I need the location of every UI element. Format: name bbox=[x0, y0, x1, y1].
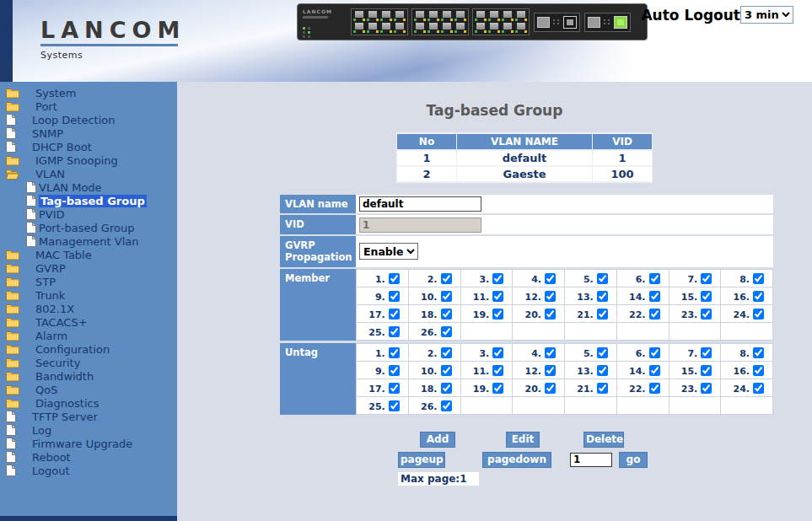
sidebar-item-tag-based-group[interactable]: Tag-based Group bbox=[0, 194, 177, 207]
untag-port-12-checkbox[interactable] bbox=[545, 365, 556, 376]
sidebar-item-system[interactable]: System bbox=[0, 86, 177, 99]
sidebar-item-igmp-snooping[interactable]: IGMP Snooping bbox=[0, 153, 177, 167]
member-port-11-checkbox[interactable] bbox=[492, 291, 503, 302]
sidebar-item-alarm[interactable]: Alarm bbox=[0, 329, 177, 342]
auto-logout-select[interactable]: 3 min bbox=[740, 6, 793, 24]
member-port-5-checkbox[interactable] bbox=[597, 273, 608, 284]
untag-port-15-checkbox[interactable] bbox=[701, 365, 712, 376]
untag-port-10-checkbox[interactable] bbox=[441, 365, 452, 376]
member-port-2-checkbox[interactable] bbox=[441, 273, 452, 284]
untag-port-7-checkbox[interactable] bbox=[701, 347, 712, 358]
sidebar-item-802-1x[interactable]: 802.1X bbox=[0, 302, 177, 315]
member-port-4-checkbox[interactable] bbox=[545, 273, 556, 284]
member-port-7-checkbox[interactable] bbox=[701, 273, 712, 284]
untag-port-22-checkbox[interactable] bbox=[649, 383, 660, 394]
untag-port-1-checkbox[interactable] bbox=[389, 347, 400, 358]
sidebar-item-security[interactable]: Security bbox=[0, 356, 177, 369]
member-port-6-checkbox[interactable] bbox=[649, 273, 660, 284]
port-number-label: 3. bbox=[479, 348, 489, 359]
untag-port-11-checkbox[interactable] bbox=[492, 365, 503, 376]
vlan-table-row[interactable]: 1default1 bbox=[397, 151, 652, 165]
member-port-14-checkbox[interactable] bbox=[649, 291, 660, 302]
untag-port-6-checkbox[interactable] bbox=[649, 347, 660, 358]
sidebar-item-dhcp-boot[interactable]: DHCP Boot bbox=[0, 140, 177, 153]
sidebar-item-configuration[interactable]: Configuration bbox=[0, 342, 177, 356]
untag-port-5-checkbox[interactable] bbox=[597, 347, 608, 358]
sidebar-item-mac-table[interactable]: MAC Table bbox=[0, 248, 177, 261]
sidebar-item-trunk[interactable]: Trunk bbox=[0, 288, 177, 302]
page-number-input[interactable] bbox=[570, 453, 612, 467]
sidebar-item-vlan[interactable]: VLAN bbox=[0, 167, 177, 180]
sidebar-item-logout[interactable]: Logout bbox=[0, 464, 177, 477]
member-port-13-checkbox[interactable] bbox=[597, 291, 608, 302]
sidebar-item-tacacs-[interactable]: TACACS+ bbox=[0, 315, 177, 329]
sidebar-item-tftp-server[interactable]: TFTP Server bbox=[0, 410, 177, 423]
untag-port-9-checkbox[interactable] bbox=[389, 365, 400, 376]
sidebar-item-management-vlan[interactable]: Management Vlan bbox=[0, 234, 177, 248]
sidebar-item-diagnostics[interactable]: Diagnostics bbox=[0, 396, 177, 410]
edit-button[interactable]: Edit bbox=[506, 432, 540, 448]
go-button[interactable]: go bbox=[619, 452, 648, 468]
lancom-logo: LANCOM Systems bbox=[40, 17, 186, 61]
member-port-15-checkbox[interactable] bbox=[701, 291, 712, 302]
untag-port-24-checkbox[interactable] bbox=[753, 383, 764, 394]
member-port-cell: 9. bbox=[357, 287, 409, 304]
sidebar-item-bandwidth[interactable]: Bandwidth bbox=[0, 369, 177, 383]
untag-port-19-checkbox[interactable] bbox=[492, 383, 503, 394]
add-button[interactable]: Add bbox=[420, 432, 455, 448]
member-port-26-checkbox[interactable] bbox=[441, 326, 452, 337]
untag-port-3-checkbox[interactable] bbox=[492, 347, 503, 358]
sidebar-item-pvid[interactable]: PVID bbox=[0, 207, 177, 221]
sidebar-item-gvrp[interactable]: GVRP bbox=[0, 261, 177, 275]
untag-port-20-checkbox[interactable] bbox=[545, 383, 556, 394]
vlan-table-row[interactable]: 2Gaeste100 bbox=[397, 167, 652, 181]
member-port-9-checkbox[interactable] bbox=[389, 291, 400, 302]
member-port-10-checkbox[interactable] bbox=[441, 291, 452, 302]
member-port-16-checkbox[interactable] bbox=[753, 291, 764, 302]
vlan-table-cell: default bbox=[457, 151, 592, 165]
member-port-17-checkbox[interactable] bbox=[389, 309, 400, 320]
member-port-20-checkbox[interactable] bbox=[545, 309, 556, 320]
untag-port-23-checkbox[interactable] bbox=[701, 383, 712, 394]
untag-port-25-checkbox[interactable] bbox=[389, 400, 400, 411]
untag-port-21-checkbox[interactable] bbox=[597, 383, 608, 394]
untag-port-8-checkbox[interactable] bbox=[753, 347, 764, 358]
untag-port-4-checkbox[interactable] bbox=[545, 347, 556, 358]
sidebar-item-stp[interactable]: STP bbox=[0, 275, 177, 288]
member-port-19-checkbox[interactable] bbox=[492, 309, 503, 320]
untag-port-26-checkbox[interactable] bbox=[441, 400, 452, 411]
member-port-21-checkbox[interactable] bbox=[597, 309, 608, 320]
port-number-label: 25. bbox=[368, 401, 385, 412]
member-port-25-checkbox[interactable] bbox=[389, 326, 400, 337]
sidebar-item-port-based-group[interactable]: Port-based Group bbox=[0, 221, 177, 234]
sidebar-item-loop-detection[interactable]: Loop Detection bbox=[0, 113, 177, 126]
member-port-12-checkbox[interactable] bbox=[545, 291, 556, 302]
member-port-24-checkbox[interactable] bbox=[753, 309, 764, 320]
untag-port-17-checkbox[interactable] bbox=[389, 383, 400, 394]
sidebar-item-qos[interactable]: QoS bbox=[0, 383, 177, 396]
sidebar-item-port[interactable]: Port bbox=[0, 99, 177, 113]
sidebar-item-snmp[interactable]: SNMP bbox=[0, 126, 177, 140]
vlan-name-input[interactable] bbox=[359, 196, 481, 212]
member-port-8-checkbox[interactable] bbox=[753, 273, 764, 284]
pagedown-button[interactable]: pagedown bbox=[482, 452, 551, 468]
member-port-1-checkbox[interactable] bbox=[389, 273, 400, 284]
sidebar-item-firmware-upgrade[interactable]: Firmware Upgrade bbox=[0, 437, 177, 450]
untag-port-14-checkbox[interactable] bbox=[649, 365, 660, 376]
member-port-3-checkbox[interactable] bbox=[492, 273, 503, 284]
untag-port-16-checkbox[interactable] bbox=[753, 365, 764, 376]
delete-button[interactable]: Delete bbox=[583, 432, 624, 448]
sidebar: SystemPortLoop DetectionSNMPDHCP BootIGM… bbox=[0, 82, 177, 521]
member-port-22-checkbox[interactable] bbox=[649, 309, 660, 320]
untag-port-13-checkbox[interactable] bbox=[597, 365, 608, 376]
pageup-button[interactable]: pageup bbox=[398, 452, 445, 468]
gvrp-propagation-select[interactable]: Enable bbox=[359, 243, 418, 260]
untag-port-2-checkbox[interactable] bbox=[441, 347, 452, 358]
sidebar-item-log[interactable]: Log bbox=[0, 423, 177, 437]
untag-port-18-checkbox[interactable] bbox=[441, 383, 452, 394]
file-icon bbox=[6, 114, 16, 126]
sidebar-item-vlan-mode[interactable]: VLAN Mode bbox=[0, 180, 177, 194]
sidebar-item-reboot[interactable]: Reboot bbox=[0, 450, 177, 464]
member-port-23-checkbox[interactable] bbox=[701, 309, 712, 320]
member-port-18-checkbox[interactable] bbox=[441, 309, 452, 320]
